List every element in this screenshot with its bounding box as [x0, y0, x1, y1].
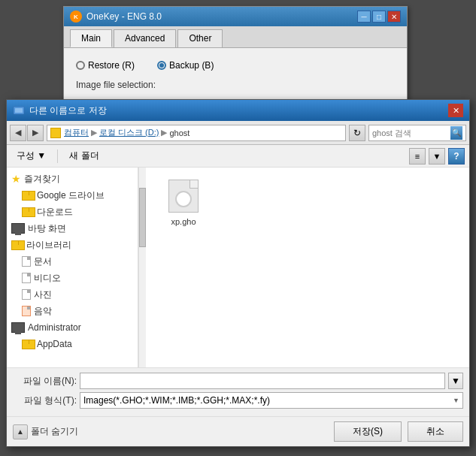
breadcrumb-ghost[interactable]: ghost: [169, 128, 189, 137]
sidebar-item-appdata[interactable]: AppData: [7, 336, 138, 352]
radio-group: Restore (R) Backup (B): [76, 60, 395, 71]
sidebar-item-downloads-label: 다운로드: [37, 206, 73, 219]
forward-button[interactable]: ▶: [27, 125, 44, 141]
filetype-value: Images(*.GHO;*.WIM;*.IMB;*.GGH;*.MAX;*.f…: [83, 395, 270, 406]
search-bar: 🔍: [368, 125, 466, 141]
doc-icon-photos: [22, 289, 31, 300]
filename-dropdown-arrow: ▼: [451, 376, 460, 386]
address-path-bar[interactable]: 컴퓨터 ▶ 로컬 디스크 (D:) ▶ ghost: [47, 125, 346, 141]
minimize-button[interactable]: ─: [357, 11, 371, 23]
onekey-close-button[interactable]: ✕: [387, 11, 401, 23]
filetype-dropdown-arrow: ▼: [453, 397, 459, 404]
backup-radio-circle: [157, 61, 166, 70]
backup-radio[interactable]: Backup (B): [157, 60, 214, 71]
saveas-close-button[interactable]: ✕: [448, 104, 463, 117]
sep-2: ▶: [161, 128, 167, 137]
search-input[interactable]: [372, 128, 450, 137]
backup-label: Backup (B): [169, 60, 214, 71]
restore-label: Restore (R): [88, 60, 135, 71]
sidebar-item-photos[interactable]: 사진: [7, 286, 138, 303]
sidebar-scroll-thumb: [139, 188, 146, 248]
view-dropdown-button[interactable]: ▼: [429, 148, 445, 165]
image-file-selection-label: Image file selection:: [76, 80, 395, 90]
toolbar: 구성 ▼ 새 폴더 ≡ ▼ ?: [7, 145, 469, 168]
ghost-icon-shape: [168, 180, 199, 213]
cancel-label: 취소: [426, 426, 444, 436]
sidebar-scrollbar[interactable]: [138, 168, 146, 367]
file-area: xp.gho: [146, 168, 469, 367]
address-bar: ◀ ▶ 컴퓨터 ▶ 로컬 디스크 (D:) ▶ ghost ↻ 🔍: [7, 121, 469, 145]
help-button[interactable]: ?: [448, 148, 465, 165]
sidebar-item-favorites-label: 즐겨찾기: [24, 173, 60, 186]
refresh-button[interactable]: ↻: [349, 125, 365, 141]
sidebar-item-google-drive[interactable]: Google 드라이브: [7, 187, 138, 204]
filename-row: 파일 이름(N): ▼: [13, 373, 463, 389]
sidebar-item-google-drive-label: Google 드라이브: [37, 189, 105, 202]
saveas-logo-icon: [13, 104, 25, 116]
save-button[interactable]: 저장(S): [334, 421, 402, 442]
view-toggle-button[interactable]: ≡: [409, 148, 426, 165]
onekey-title: OneKey - ENG 8.0: [86, 11, 162, 22]
organize-button[interactable]: 구성 ▼: [11, 147, 51, 165]
sidebar-item-music[interactable]: 음악: [7, 303, 138, 319]
sidebar-item-documents[interactable]: 문서: [7, 253, 138, 270]
folder-icon-appdata: [22, 340, 34, 349]
bottom-area: 파일 이름(N): ▼ 파일 형식(T): Images(*.GHO;*.WIM…: [7, 367, 469, 416]
sidebar-item-administrator[interactable]: Administrator: [7, 319, 138, 336]
filetype-label: 파일 형식(T):: [13, 394, 77, 407]
filetype-dropdown[interactable]: Images(*.GHO;*.WIM;*.IMB;*.GGH;*.MAX;*.f…: [80, 392, 463, 409]
sidebar-item-videos-label: 비디오: [34, 272, 61, 285]
file-label-xp-gho: xp.gho: [171, 217, 196, 226]
onekey-title-area: K OneKey - ENG 8.0: [70, 11, 162, 23]
sidebar-item-downloads[interactable]: 다운로드: [7, 204, 138, 220]
saveas-title: 다른 이름으로 저장: [29, 104, 107, 117]
cancel-button[interactable]: 취소: [408, 421, 463, 442]
sidebar-item-administrator-label: Administrator: [28, 322, 81, 333]
doc-icon-documents: [22, 256, 31, 267]
breadcrumb-computer[interactable]: 컴퓨터: [64, 127, 89, 138]
back-button[interactable]: ◀: [10, 125, 26, 141]
filetype-row: 파일 형식(T): Images(*.GHO;*.WIM;*.IMB;*.GGH…: [13, 392, 463, 409]
folder-icon-google: [22, 191, 34, 201]
toolbar-right: ≡ ▼ ?: [409, 148, 465, 165]
sidebar-item-desktop-label: 바탕 화면: [28, 222, 66, 235]
path-folder-icon: [50, 128, 61, 138]
sidebar-item-music-label: 음악: [34, 305, 52, 318]
ghost-inner-circle: [175, 191, 192, 207]
restore-radio[interactable]: Restore (R): [76, 60, 135, 71]
path-breadcrumb: 컴퓨터 ▶ 로컬 디스크 (D:) ▶ ghost: [64, 127, 189, 138]
sidebar-item-documents-label: 문서: [34, 255, 52, 268]
maximize-button[interactable]: □: [372, 11, 386, 23]
content-area: ★ 즐겨찾기 Google 드라이브 다운로드 바탕 화면: [7, 168, 469, 367]
saveas-title-area: 다른 이름으로 저장: [13, 104, 107, 117]
sidebar: ★ 즐겨찾기 Google 드라이브 다운로드 바탕 화면: [7, 168, 138, 367]
toolbar-separator: [57, 149, 58, 163]
tab-other[interactable]: Other: [177, 29, 223, 47]
tab-advanced[interactable]: Advanced: [114, 29, 176, 47]
sidebar-item-desktop[interactable]: 바탕 화면: [7, 220, 138, 237]
footer-area: ▲ 폴더 숨기기 저장(S) 취소: [7, 416, 469, 446]
onekey-titlebar: K OneKey - ENG 8.0 ─ □ ✕: [64, 7, 407, 26]
footer-buttons: 저장(S) 취소: [334, 421, 463, 442]
new-folder-button[interactable]: 새 폴더: [64, 147, 104, 165]
file-item-xp-gho[interactable]: xp.gho: [153, 175, 214, 229]
sidebar-item-libraries[interactable]: 라이브러리: [7, 237, 138, 253]
sidebar-item-favorites[interactable]: ★ 즐겨찾기: [7, 171, 138, 187]
star-icon: ★: [11, 173, 21, 185]
new-folder-label: 새 폴더: [69, 149, 99, 162]
search-icon[interactable]: 🔍: [450, 126, 462, 140]
folder-toggle[interactable]: ▲ 폴더 숨기기: [13, 424, 78, 439]
breadcrumb-disk[interactable]: 로컬 디스크 (D:): [99, 127, 159, 138]
tab-main[interactable]: Main: [70, 29, 112, 47]
save-label: 저장(S): [353, 426, 383, 436]
sidebar-item-photos-label: 사진: [34, 288, 52, 301]
onekey-logo-icon: K: [70, 11, 82, 23]
filename-dropdown-btn[interactable]: ▼: [448, 373, 463, 389]
restore-radio-circle: [76, 61, 85, 70]
filename-input[interactable]: [80, 373, 445, 389]
ghost-file-icon: [165, 178, 202, 214]
saveas-window: 다른 이름으로 저장 ✕ ◀ ▶ 컴퓨터 ▶ 로컬 디스크 (D:) ▶ gho…: [6, 99, 470, 447]
onekey-main-content: Restore (R) Backup (B) Image file select…: [64, 48, 407, 102]
organize-label: 구성 ▼: [17, 149, 46, 162]
sidebar-item-videos[interactable]: 비디오: [7, 270, 138, 286]
